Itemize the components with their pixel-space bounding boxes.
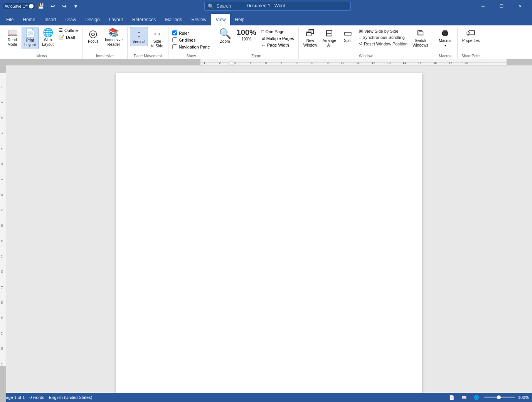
page-indicator: Page 1 of 1 — [3, 395, 25, 400]
print-layout-button[interactable]: 📄 PrintLayout — [22, 27, 39, 49]
views-buttons: 📖 ReadMode 📄 PrintLayout 🌐 WebLayout ☰ O… — [4, 27, 80, 53]
focus-label: Focus — [88, 39, 98, 44]
svg-text:8: 8 — [1, 194, 3, 196]
svg-text:18: 18 — [1, 347, 3, 350]
multiple-pages-button[interactable]: ⊞ Multiple Pages — [259, 35, 296, 42]
tab-insert[interactable]: Insert — [40, 14, 61, 25]
navigation-pane-check[interactable] — [172, 44, 177, 49]
100-percent-button[interactable]: 100% 100% — [234, 27, 259, 43]
svg-text:4: 4 — [250, 61, 252, 65]
tab-review[interactable]: Review — [187, 14, 211, 25]
vertical-label: Vertical — [133, 40, 145, 44]
svg-text:5: 5 — [265, 61, 267, 65]
draft-button[interactable]: 📝 Draft — [57, 34, 80, 40]
web-view-btn[interactable]: 🌐 — [472, 394, 481, 401]
svg-text:11: 11 — [1, 240, 3, 243]
redo-button[interactable]: ↪ — [59, 1, 70, 12]
tab-layout[interactable]: Layout — [104, 14, 128, 25]
close-button[interactable]: ✕ — [511, 0, 529, 12]
tab-mailings[interactable]: Mailings — [160, 14, 187, 25]
gridlines-check[interactable] — [172, 37, 177, 42]
save-button[interactable]: 💾 — [36, 1, 47, 12]
immersive-group-label: Immersive — [85, 53, 125, 59]
macros-button[interactable]: ⏺ Macros ▾ — [436, 27, 455, 49]
multiple-pages-icon: ⊞ — [261, 36, 265, 41]
svg-text:7: 7 — [296, 61, 298, 65]
document-area[interactable] — [6, 65, 532, 393]
language-indicator: English (United States) — [49, 395, 93, 400]
svg-text:12: 12 — [1, 255, 3, 258]
svg-text:9: 9 — [327, 61, 329, 65]
immersive-buttons: ◎ Focus 📚 ImmersiveReader — [85, 27, 125, 53]
synchronous-scrolling-label: Synchronous Scrolling — [363, 35, 405, 40]
side-to-side-button[interactable]: ↔ Sideto Side — [149, 27, 166, 50]
status-right: 📄 📖 🌐 100% — [447, 394, 529, 401]
view-side-by-side-button[interactable]: ▣ View Side by Side — [357, 28, 409, 34]
macros-buttons: ⏺ Macros ▾ — [436, 27, 455, 53]
immersive-reader-button[interactable]: 📚 ImmersiveReader — [103, 27, 125, 49]
print-layout-view-btn[interactable]: 📄 — [447, 394, 456, 401]
focus-button[interactable]: ◎ Focus — [85, 27, 102, 45]
tab-view[interactable]: View — [211, 14, 231, 25]
title-search-box: 🔍 — [204, 2, 351, 11]
page-width-button[interactable]: ↔ Page Width — [259, 42, 296, 48]
ruler-checkbox[interactable]: Ruler — [171, 30, 190, 36]
views-small-group: ☰ Outline 📝 Draft — [57, 27, 80, 40]
outline-button[interactable]: ☰ Outline — [57, 27, 80, 34]
zoom-button[interactable]: 🔍 Zoom — [217, 27, 234, 45]
window-group: 🗗 NewWindow ⊟ ArrangeAll ▭ Split ▣ View … — [299, 27, 433, 59]
autosave-toggle[interactable]: AutoSave Off — [3, 3, 35, 9]
gridlines-checkbox[interactable]: Gridlines — [171, 37, 197, 43]
tab-home[interactable]: Home — [18, 14, 40, 25]
tab-references[interactable]: References — [128, 14, 160, 25]
properties-button[interactable]: 🏷 Properties — [460, 27, 482, 45]
synchronous-scrolling-button[interactable]: ↕ Synchronous Scrolling — [357, 34, 409, 40]
arrange-all-button[interactable]: ⊟ ArrangeAll — [320, 27, 338, 49]
svg-text:7: 7 — [1, 179, 3, 180]
new-window-button[interactable]: 🗗 NewWindow — [301, 27, 320, 49]
reset-window-position-label: Reset Window Position — [364, 42, 407, 46]
read-mode-button[interactable]: 📖 ReadMode — [4, 27, 21, 49]
title-bar: AutoSave Off 💾 ↩ ↪ ▾ 🔍 Document1 - Word … — [0, 0, 532, 12]
zoom-level: 100% — [518, 395, 529, 400]
immersive-reader-label: ImmersiveReader — [105, 38, 123, 47]
tab-draw[interactable]: Draw — [61, 14, 81, 25]
zoom-slider[interactable] — [484, 397, 515, 398]
search-input[interactable] — [216, 3, 347, 9]
new-window-icon: 🗗 — [306, 28, 315, 38]
svg-text:3: 3 — [234, 61, 236, 65]
tab-design[interactable]: Design — [81, 14, 104, 25]
vertical-button[interactable]: ↕ Vertical — [130, 27, 148, 46]
properties-label: Properties — [462, 39, 480, 43]
read-mode-view-btn[interactable]: 📖 — [460, 394, 469, 401]
svg-text:13: 13 — [387, 61, 391, 65]
split-button[interactable]: ▭ Split — [339, 27, 356, 45]
web-layout-button[interactable]: 🌐 WebLayout — [39, 27, 56, 49]
vertical-icon: ↕ — [136, 29, 141, 39]
reset-window-position-button[interactable]: ↺ Reset Window Position — [357, 40, 409, 47]
ribbon-tabs: File Home Insert Draw Design Layout Refe… — [0, 12, 532, 25]
svg-text:10: 10 — [341, 61, 344, 65]
minimize-button[interactable]: ─ — [474, 0, 492, 12]
switch-windows-button[interactable]: ⧉ SwitchWindows — [410, 27, 431, 49]
undo-button[interactable]: ↩ — [47, 1, 58, 12]
page-movement-buttons: ↕ Vertical ↔ Sideto Side — [130, 27, 166, 53]
one-page-button[interactable]: □ One Page — [259, 28, 296, 35]
document-page[interactable] — [116, 73, 422, 393]
show-group-label: Show — [171, 53, 212, 59]
page-movement-group: ↕ Vertical ↔ Sideto Side Page Movement — [128, 27, 168, 59]
svg-rect-3 — [507, 59, 532, 65]
svg-text:14: 14 — [402, 61, 406, 65]
restore-button[interactable]: ❐ — [493, 0, 510, 12]
svg-text:2: 2 — [1, 102, 3, 103]
tab-file[interactable]: File — [2, 14, 18, 25]
autosave-state: Off — [22, 4, 27, 8]
sharepoint-group-label: SharePoint — [460, 53, 482, 59]
ruler-check[interactable] — [172, 30, 177, 35]
read-mode-label: ReadMode — [7, 38, 17, 47]
tab-help[interactable]: Help — [230, 14, 249, 25]
zoom-small-group: □ One Page ⊞ Multiple Pages ↔ Page Width — [259, 27, 296, 48]
navigation-pane-checkbox[interactable]: Navigation Pane — [171, 44, 212, 50]
synchronous-scrolling-icon: ↕ — [359, 35, 361, 40]
customize-qa-button[interactable]: ▾ — [71, 1, 81, 12]
